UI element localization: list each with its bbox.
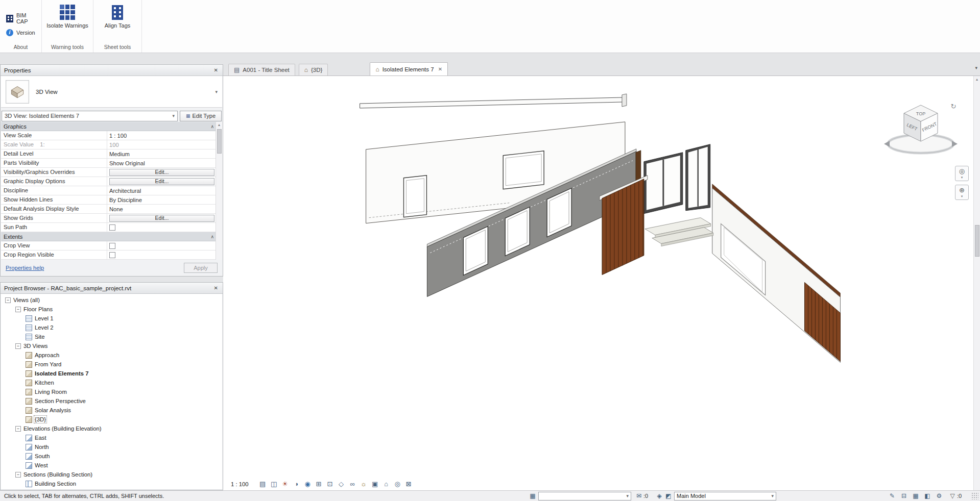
exclude-options-icon[interactable]: ◩ [664, 492, 673, 499]
tree-item-longitudinal-section[interactable]: Longitudinal Section [1, 488, 222, 489]
properties-help-link[interactable]: Properties help [6, 265, 44, 271]
select-links-icon[interactable]: ✎ [888, 492, 897, 499]
apply-button[interactable]: Apply [184, 263, 218, 273]
collapse-section-icon[interactable]: ∧ [210, 124, 214, 129]
property-section-graphics[interactable]: Graphics∧ [1, 122, 217, 131]
property-value[interactable]: Medium [107, 149, 217, 158]
viewcube-rotate-icon[interactable]: ↻ [951, 103, 957, 110]
panel-caption-sheet-tools[interactable]: Sheet tools [93, 42, 141, 53]
reveal-constraints-icon[interactable]: ⊠ [404, 479, 414, 489]
temporary-view-properties-icon[interactable]: ▣ [370, 479, 380, 489]
property-section-extents[interactable]: Extents∧ [1, 232, 217, 241]
expand-collapse-icon[interactable]: − [15, 472, 21, 478]
show-rendering-dialog-icon[interactable]: ◉ [303, 479, 313, 489]
checkbox[interactable] [109, 243, 115, 249]
close-browser-icon[interactable]: ✕ [213, 285, 219, 291]
tree-item-3d[interactable]: {3D} [1, 415, 222, 424]
property-value[interactable]: By Discipline [107, 195, 217, 204]
isolate-warnings-button[interactable]: Isolate Warnings [44, 3, 91, 30]
zoom-button[interactable]: ⊕ ▾ [955, 185, 969, 200]
tree-item-section-perspective[interactable]: Section Perspective [1, 396, 222, 406]
resize-grip[interactable] [971, 492, 978, 499]
worksets-icon[interactable]: ▦ [528, 492, 537, 499]
close-properties-icon[interactable]: ✕ [213, 67, 219, 73]
corner-window-element[interactable] [644, 144, 710, 214]
viewcube-top-face[interactable]: TOP [916, 111, 925, 116]
select-pinned-elements-icon[interactable]: ▦ [911, 492, 920, 499]
active-workset-select[interactable]: ▾ [538, 492, 631, 500]
reveal-hidden-elements-icon[interactable]: ☼ [359, 479, 369, 489]
viewcube[interactable]: TOP LEFT FRONT ↻ [876, 94, 968, 161]
crop-region-icon[interactable]: ⊡ [325, 479, 335, 489]
crop-view-icon[interactable]: ⊞ [314, 479, 324, 489]
detail-level-icon[interactable]: ▤ [258, 479, 268, 489]
roof-band-element[interactable] [360, 94, 627, 108]
tree-item-from-yard[interactable]: From Yard [1, 360, 222, 369]
expand-collapse-icon[interactable]: − [15, 343, 21, 349]
scrollbar-thumb[interactable] [217, 129, 222, 154]
property-value[interactable]: Show Original [107, 159, 217, 167]
version-button[interactable]: i Version [6, 29, 35, 36]
close-view-tab-icon[interactable]: ✕ [438, 66, 442, 72]
tree-item-views-all[interactable]: −Views (all) [1, 295, 222, 305]
bench-element[interactable] [645, 218, 713, 246]
expand-collapse-icon[interactable]: − [5, 297, 11, 303]
view-tab-3d[interactable]: ⌂ {3D} [299, 64, 328, 76]
canvas-scrollbar-thumb[interactable] [975, 225, 979, 257]
properties-header[interactable]: Properties ✕ [1, 65, 223, 76]
panel-caption-about[interactable]: About [0, 42, 41, 53]
view-scale-button[interactable]: 1 : 100 [228, 480, 251, 488]
tree-item-living-room[interactable]: Living Room [1, 387, 222, 396]
drag-elements-on-selection-icon[interactable]: ⚙ [935, 492, 944, 499]
tree-item-elevations-building-elevation[interactable]: −Elevations (Building Elevation) [1, 424, 222, 433]
properties-scrollbar[interactable]: ▴ [216, 122, 222, 261]
tree-item-site[interactable]: Site [1, 332, 222, 341]
align-tags-button[interactable]: Align Tags [94, 3, 141, 30]
tree-item-south[interactable]: South [1, 452, 222, 461]
tree-item-west[interactable]: West [1, 461, 222, 470]
edit-button[interactable]: Edit... [109, 215, 214, 222]
design-options-select[interactable]: Main Model ▾ [674, 492, 776, 500]
tree-item-east[interactable]: East [1, 433, 222, 442]
design-options-icon[interactable]: ◈ [655, 492, 664, 499]
project-browser-header[interactable]: Project Browser - RAC_basic_sample_proje… [1, 283, 223, 294]
expand-collapse-icon[interactable]: − [15, 426, 21, 432]
tree-item-floor-plans[interactable]: −Floor Plans [1, 305, 222, 314]
tree-item-solar-analysis[interactable]: Solar Analysis [1, 406, 222, 415]
tree-item-level-2[interactable]: Level 2 [1, 323, 222, 332]
lock-3d-view-icon[interactable]: ◇ [337, 479, 346, 489]
view-tab-a001-title-sheet[interactable]: ▤ A001 - Title Sheet [228, 64, 295, 76]
temporary-hide-isolate-icon[interactable]: ∞ [348, 479, 357, 489]
model-3d-view[interactable] [223, 76, 980, 490]
type-selector-dropdown-icon[interactable]: ▾ [215, 89, 218, 94]
tree-item-building-section[interactable]: Building Section [1, 479, 222, 488]
viewcube-left-arrow-icon[interactable] [884, 141, 890, 147]
highlight-displacement-sets-icon[interactable]: ◎ [393, 479, 402, 489]
sun-path-icon[interactable]: ☀ [280, 479, 290, 489]
editing-requests-icon[interactable]: ✉ [634, 492, 643, 499]
type-combobox[interactable]: 3D View: Isolated Elements 7 ▾ [2, 111, 178, 121]
checkbox[interactable] [109, 252, 115, 258]
steering-wheel-button[interactable]: ◎ ▾ [955, 166, 969, 181]
edit-button[interactable]: Edit... [109, 178, 214, 185]
tree-item-level-1[interactable]: Level 1 [1, 314, 222, 323]
tree-item-kitchen[interactable]: Kitchen [1, 378, 222, 387]
canvas-vertical-scrollbar[interactable]: ▴ [973, 76, 980, 490]
visual-style-icon[interactable]: ◫ [269, 479, 279, 489]
type-combobox-dropdown-icon[interactable]: ▾ [172, 113, 175, 118]
tree-item-isolated-elements-7[interactable]: Isolated Elements 7 [1, 369, 222, 378]
drawing-canvas[interactable]: TOP LEFT FRONT ↻ ◎ ▾ ⊕ ▾ 1 : 100 ▤◫☀◑◉⊞⊡… [223, 76, 980, 490]
view-tab-isolated-elements-7[interactable]: ⌂ Isolated Elements 7 ✕ [370, 62, 448, 76]
select-underlay-elements-icon[interactable]: ⊟ [899, 492, 909, 499]
property-value[interactable]: Architectural [107, 186, 217, 195]
select-elements-by-face-icon[interactable]: ◧ [923, 492, 932, 499]
tree-item-north[interactable]: North [1, 442, 222, 452]
collapse-section-icon[interactable]: ∧ [210, 234, 214, 239]
scroll-up-icon[interactable]: ▴ [218, 122, 220, 128]
selection-filter-icon[interactable]: ▽ [948, 492, 957, 499]
edit-type-button[interactable]: ▦ Edit Type [180, 111, 222, 121]
scroll-up-icon[interactable]: ▴ [976, 76, 978, 83]
tree-item-approach[interactable]: Approach [1, 350, 222, 360]
shadows-icon[interactable]: ◑ [292, 479, 301, 489]
property-value[interactable]: 1 : 100 [107, 131, 217, 140]
